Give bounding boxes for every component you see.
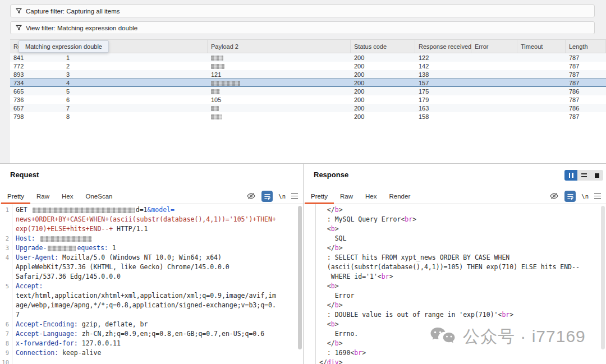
newline-toggle-icon[interactable]: \n [278,193,286,200]
code-segment: 127.0.0.11 [82,339,121,347]
cell-status: 200 [351,88,415,95]
cell-payload1: 4 [63,80,208,86]
redacted-blur [211,56,223,61]
table-row[interactable]: 7722200142787 [10,62,606,70]
line-number: 2 [0,234,12,243]
request-panel-title: Request [10,171,39,179]
code-segment: x-forwarded-for: [16,339,82,347]
tab-onescan-request[interactable]: OneScan [80,188,119,204]
code-segment: gzip, deflate, br [82,320,148,328]
column-header-length[interactable]: Length [566,40,606,53]
cell-payload2: 105 [208,96,351,103]
code-line: : SELECT hits FROM xypt_news ORDER BY CA… [304,253,606,262]
split-rows-button[interactable] [577,170,590,181]
code-line: exp(710)+ELSE+hits+END--+ HTTP/1.1 [0,224,303,234]
cell-status: 200 [351,80,415,86]
code-line: : DOUBLE value is out of range in 'exp(7… [304,310,606,320]
code-segment: b [331,282,335,290]
code-segment: : DOUBLE value is out of range in 'exp(7… [319,311,498,319]
cell-length: 787 [566,63,606,70]
response-editor[interactable]: </b> : MySQL Query Error<br> <b> SQL </b… [304,204,606,364]
code-segment: b [335,339,339,347]
cell-request: 734 [10,80,63,86]
table-row[interactable]: 7366105200179787 [10,95,606,104]
cell-received: 142 [415,63,471,70]
code-segment: </ [319,358,327,364]
cell-payload2 [208,80,351,86]
code-segment: </ [319,206,335,214]
line-number: 8 [0,339,12,348]
line-number [304,205,315,215]
column-header-status[interactable]: Status code [351,40,415,53]
tab-render-response[interactable]: Render [383,188,417,204]
tab-hex-response[interactable]: Hex [359,188,383,204]
code-segment: > [335,282,339,290]
code-line: age/webp,image/apng,*/*;q=0.8,applicatio… [0,301,303,310]
tab-raw-request[interactable]: Raw [30,188,56,204]
code-segment: zh-CN,zh;q=0.9,en;q=0.8,en-GB;q=0.7,en-U… [82,330,264,338]
column-header-timeout[interactable]: Timeout [517,40,566,53]
code-segment: : 1690 [319,349,350,357]
code-segment: b [331,225,335,233]
table-row[interactable]: 7344200157787 [10,79,606,87]
line-number [304,339,315,348]
word-wrap-icon[interactable] [564,191,576,202]
stop-button[interactable] [590,170,603,181]
column-header-received[interactable]: Response received [415,40,471,53]
response-editor-icons: \n [549,191,606,202]
code-segment: b [335,301,339,309]
tab-pretty-response[interactable]: Pretty [305,188,334,204]
redacted-blur [211,114,222,119]
code-segment: > [339,244,343,252]
code-segment: > [335,320,339,328]
editor-menu-icon[interactable] [291,193,298,199]
column-header-error[interactable]: Error [471,40,517,53]
code-segment: 7 [16,311,20,319]
cell-received: 157 [415,80,471,86]
cell-length: 787 [566,80,606,86]
cell-payload2: 121 [208,71,351,78]
code-segment: div [327,358,339,364]
tab-raw-response[interactable]: Raw [334,188,359,204]
line-number [0,224,12,234]
code-line: <b> [304,224,606,234]
table-row[interactable]: 6655200175786 [10,87,606,95]
hide-eye-icon[interactable] [549,192,559,200]
capture-filter-bar[interactable]: Capture filter: Capturing all items [10,4,595,17]
hide-eye-icon[interactable] [246,192,256,200]
word-wrap-icon[interactable] [261,191,273,202]
pause-intercept-button[interactable] [564,170,577,181]
cell-payload1: 1 [63,54,208,61]
cell-payload1: 6 [63,96,208,103]
view-filter-bar[interactable]: View filter: Matching expression double [10,21,595,34]
table-row[interactable]: 8933121200138787 [10,70,606,79]
results-table[interactable]: Matching expression double RePayload 2St… [10,39,606,164]
cell-payload1: 7 [63,105,208,112]
editor-menu-icon[interactable] [594,193,601,199]
code-segment: </ [319,339,335,347]
code-segment: Accept: [16,282,47,290]
code-line: </b> [304,205,606,215]
line-number: 5 [0,282,12,291]
code-segment: > [339,301,343,309]
cell-request: 736 [10,96,63,103]
table-row[interactable]: 7988200158787 [10,112,606,121]
response-layout-controls [564,170,603,181]
request-scrollbar[interactable] [298,206,302,349]
response-scrollbar[interactable] [601,206,605,349]
redacted-blur [211,64,224,69]
table-row[interactable]: 6577200163786 [10,104,606,112]
cell-payload1: 2 [63,63,208,70]
column-header-payload2[interactable]: Payload 2 [208,40,351,53]
tab-pretty-request[interactable]: Pretty [1,188,30,204]
code-segment: Host: [16,234,39,242]
code-segment: Mozilla/5.0 (Windows NT 10.0; Win64; x64… [62,254,222,261]
table-row[interactable]: 8411200122787 [10,53,606,62]
tab-hex-request[interactable]: Hex [56,188,79,204]
request-editor[interactable]: 1GET d=1&model=news+ORDER+BY+CASE+WHEN+(… [0,204,303,364]
code-segment: Errno. [319,330,358,338]
code-segment: d=1 [136,206,148,214]
cell-length: 786 [566,105,606,112]
code-line: </b> [304,301,606,310]
newline-toggle-icon[interactable]: \n [581,193,589,200]
